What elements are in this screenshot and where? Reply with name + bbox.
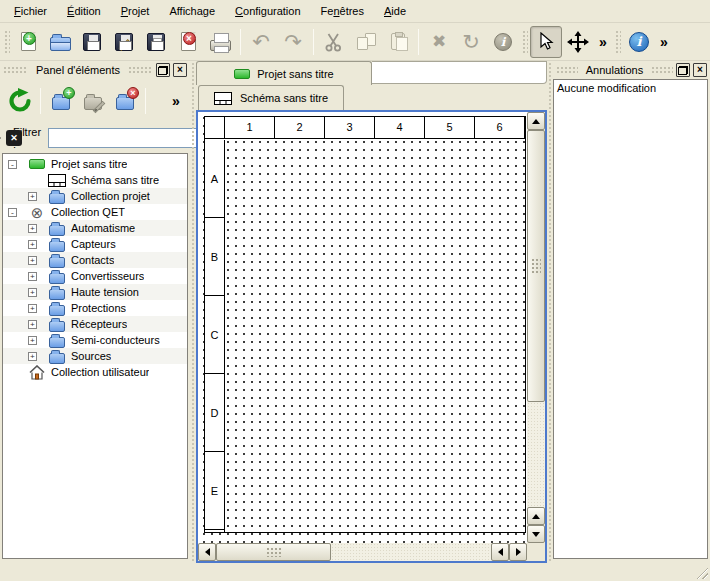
schema-canvas[interactable]: 1 2 3 4 5 6 A B C D E [198,112,527,543]
filter-input[interactable] [48,128,198,148]
tree-item-semi-conducteurs[interactable]: +Semi-conducteurs [3,332,187,348]
redo-icon: ↷ [284,31,302,52]
scroll-up-button-2[interactable] [527,507,545,525]
tree-item-automatisme[interactable]: +Automatisme [3,220,187,236]
close-panel-button[interactable]: × [693,63,707,77]
tree-item-convertisseurs[interactable]: +Convertisseurs [3,268,187,284]
menu-projet[interactable]: Projet [111,2,160,20]
expand-icon[interactable]: + [28,320,37,329]
reload-collections-button[interactable] [4,85,36,117]
save-as-button[interactable] [108,26,140,58]
menu-fichier[interactable]: Fichier [4,2,57,20]
expand-icon[interactable]: + [28,256,37,265]
arrow-right-icon [516,548,525,556]
clear-filter-icon: ✕ [6,130,22,146]
close-panel-button[interactable]: × [173,63,187,77]
print-icon [210,40,231,51]
collapse-icon[interactable]: - [8,160,17,169]
vertical-scroll-thumb[interactable] [527,130,545,402]
information-button[interactable]: i [487,26,519,58]
save-as-icon [115,33,133,51]
menu-fenetres[interactable]: Fenêtres [311,2,374,20]
edit-category-button[interactable] [77,85,109,117]
tree-item-capteurs[interactable]: +Capteurs [3,236,187,252]
tree-item-schema[interactable]: Schéma sans titre [3,172,187,188]
tree-item-haute-tension[interactable]: +Haute tension [3,284,187,300]
toolbar-grip[interactable] [521,29,528,55]
horizontal-scroll-thumb[interactable] [216,543,331,561]
toolbar-grip[interactable] [614,29,621,55]
float-panel-button[interactable] [676,63,690,77]
expand-icon[interactable]: + [28,240,37,249]
tree-item-recepteurs[interactable]: +Récepteurs [3,316,187,332]
tree-item-sources[interactable]: +Sources [3,348,187,364]
elements-overflow-button[interactable]: » [166,85,186,117]
arrow-left-icon [201,548,210,556]
scroll-left-button[interactable] [198,543,216,561]
folder-icon [48,189,66,204]
toolbar-overflow-button[interactable]: » [594,26,612,58]
tree-item-collection-projet[interactable]: +Collection projet [3,188,187,204]
expand-icon[interactable]: + [28,304,37,313]
scroll-left-button-2[interactable] [491,543,509,561]
close-icon: × [697,65,703,75]
tree-item-collection-utilisateur[interactable]: Collection utilisateur [3,364,187,380]
expand-icon[interactable]: + [28,272,37,281]
undo-list-item[interactable]: Aucune modification [557,81,704,97]
undo-button[interactable]: ↶ [245,26,277,58]
tree-item-project[interactable]: -Projet sans titre [3,156,187,172]
open-document-button[interactable] [44,26,76,58]
vertical-scroll-track[interactable] [527,402,545,507]
menu-edition[interactable]: Édition [57,2,111,20]
arrow-up-icon [532,510,540,519]
expand-icon[interactable]: + [28,288,37,297]
menu-affichage[interactable]: Affichage [159,2,225,20]
titlebar-texture [3,66,28,74]
menu-aide[interactable]: Aide [374,2,416,20]
redo-button[interactable]: ↷ [277,26,309,58]
save-all-button[interactable] [140,26,172,58]
folder-icon [48,317,66,332]
menu-configuration[interactable]: Configuration [225,2,310,20]
rotate-button[interactable]: ↻ [455,26,487,58]
horizontal-scroll-track[interactable] [331,543,491,561]
delete-category-button[interactable]: × [109,85,141,117]
copy-button[interactable] [350,26,382,58]
elements-toolbar: + × » [0,79,190,123]
new-category-button[interactable]: + [45,85,77,117]
cut-button[interactable] [318,26,350,58]
close-document-button[interactable]: × [172,26,204,58]
move-mode-button[interactable] [562,26,594,58]
new-document-button[interactable]: + [12,26,44,58]
resize-grip[interactable] [695,566,708,579]
tree-item-collection-qet[interactable]: -⊗Collection QET [3,204,187,220]
undo-icon: ↶ [252,31,270,52]
undo-panel-title: Annulations [581,64,649,76]
tree-item-contacts[interactable]: +Contacts [3,252,187,268]
tab-projet-sans-titre[interactable]: Projet sans titre [196,61,372,85]
selection-mode-button[interactable] [530,26,562,58]
grid-corner-cell [205,117,225,138]
scroll-down-button[interactable] [527,525,545,543]
paste-button[interactable] [382,26,414,58]
expand-icon[interactable]: + [28,224,37,233]
delete-button[interactable]: ✖ [423,26,455,58]
toolbar-grip[interactable] [3,29,10,55]
expand-icon[interactable]: + [28,336,37,345]
expand-icon[interactable]: + [28,192,37,201]
expand-icon[interactable]: + [28,352,37,361]
scroll-right-button[interactable] [509,543,527,561]
help-information-button[interactable]: i [623,26,655,58]
float-panel-button[interactable] [156,63,170,77]
tree-item-protections[interactable]: +Protections [3,300,187,316]
collapse-icon[interactable]: - [8,208,17,217]
save-button[interactable] [76,26,108,58]
save-icon [83,33,101,51]
toolbar-separator [240,29,241,55]
scroll-up-button[interactable] [527,112,545,130]
toolbar-overflow-button[interactable]: » [655,26,673,58]
print-button[interactable] [204,26,236,58]
toolbar-separator [313,29,314,55]
tab-schema-sans-titre[interactable]: Schéma sans titre [198,85,344,110]
column-header: 6 [475,117,525,138]
